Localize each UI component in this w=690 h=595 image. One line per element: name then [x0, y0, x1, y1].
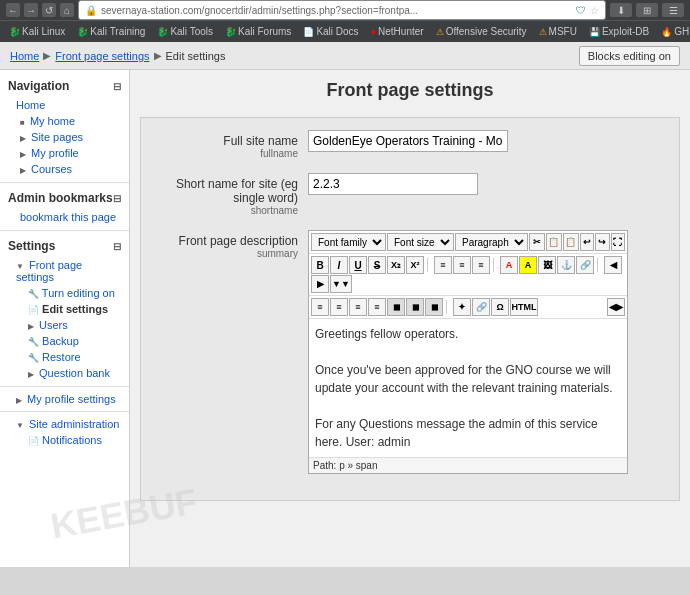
- window-icon[interactable]: ⊞: [636, 3, 658, 17]
- nav-reload-button[interactable]: ↺: [42, 3, 56, 17]
- bookmark-msfu[interactable]: ⚠ MSFU: [534, 24, 582, 39]
- nav-forward-button[interactable]: →: [24, 3, 38, 17]
- rte-btn-copy[interactable]: 📋: [546, 233, 562, 251]
- content-area: Front page settings Full site name fulln…: [130, 70, 690, 567]
- rte-btn-indent[interactable]: ≡: [368, 298, 386, 316]
- menu-icon[interactable]: ☰: [662, 3, 684, 17]
- rte-btn-outdent[interactable]: ≡: [349, 298, 367, 316]
- rte-btn-rtl[interactable]: ◀▶: [607, 298, 625, 316]
- breadcrumb-home[interactable]: Home: [10, 50, 39, 62]
- description-label-col: Front page description summary: [153, 230, 308, 259]
- rte-btn-italic[interactable]: I: [330, 256, 348, 274]
- rte-btn-image[interactable]: 🖼: [538, 256, 556, 274]
- rte-btn-link2[interactable]: 🔗: [472, 298, 490, 316]
- fullname-input[interactable]: [308, 130, 508, 152]
- sidebar-item-home[interactable]: Home: [0, 97, 129, 113]
- sidebar-item-notifications[interactable]: 📄 Notifications: [0, 432, 129, 448]
- sidebar-settings-header: Settings ⊟: [0, 235, 129, 257]
- bookmark-kali-training[interactable]: 🐉 Kali Training: [72, 24, 150, 39]
- rte-btn-undo[interactable]: ↩: [580, 233, 594, 251]
- rte-btn-bgcolor[interactable]: A: [519, 256, 537, 274]
- sidebar-divider1: [0, 182, 129, 183]
- rte-toolbar-row3: ≡ ≡ ≡ ≡ ◼ ◼ ◼ ✦ 🔗 Ω HTML: [309, 296, 627, 319]
- sidebar-admin-bookmarks-toggle[interactable]: ⊟: [113, 193, 121, 204]
- breadcrumb-sep2: ▶: [154, 50, 162, 61]
- nav-home-button[interactable]: ⌂: [60, 3, 74, 17]
- bookmark-kali-tools[interactable]: 🐉 Kali Tools: [152, 24, 218, 39]
- sidebar-navigation-toggle[interactable]: ⊟: [113, 81, 121, 92]
- rte-btn-bold[interactable]: B: [311, 256, 329, 274]
- rte-font-family-select[interactable]: Font family: [311, 233, 386, 251]
- settings-box: Full site name fullname Short name for s…: [140, 117, 680, 501]
- url-bar[interactable]: 🔒 severnaya-station.com/gnocertdir/admin…: [78, 0, 606, 20]
- rte-btn-fullscreen[interactable]: ⛶: [611, 233, 625, 251]
- rte-btn-right[interactable]: ▶: [311, 275, 329, 293]
- shortname-sublabel: shortname: [153, 205, 298, 216]
- rte-btn-underline[interactable]: U: [349, 256, 367, 274]
- page-title: Front page settings: [140, 80, 680, 101]
- bookmark-offensive-security[interactable]: ⚠ Offensive Security: [431, 24, 532, 39]
- sidebar-item-restore[interactable]: 🔧 Restore: [0, 349, 129, 365]
- rte-font-size-select[interactable]: Font size: [387, 233, 454, 251]
- shortname-input[interactable]: [308, 173, 478, 195]
- rte-btn-left[interactable]: ◀: [604, 256, 622, 274]
- sidebar-settings-toggle[interactable]: ⊟: [113, 241, 121, 252]
- blocks-editing-button[interactable]: Blocks editing on: [579, 46, 680, 66]
- fullname-input-col: [308, 130, 667, 152]
- shortname-row: Short name for site (eg single word) sho…: [153, 173, 667, 216]
- rte-btn-superscript[interactable]: X²: [406, 256, 424, 274]
- rte-btn-html[interactable]: HTML: [510, 298, 538, 316]
- rte-btn-unordered-list[interactable]: ≡: [311, 298, 329, 316]
- rte-btn-align-left[interactable]: ≡: [434, 256, 452, 274]
- fullname-label-col: Full site name fullname: [153, 130, 308, 159]
- rte-content[interactable]: Greetings fellow operators. Once you've …: [309, 319, 627, 457]
- rte-line1: Greetings fellow operators.: [315, 325, 621, 343]
- sidebar-item-site-admin[interactable]: ▼ Site administration: [0, 416, 129, 432]
- sidebar-item-myprofile[interactable]: ▶ My profile: [0, 145, 129, 161]
- breadcrumb-sep1: ▶: [43, 50, 51, 61]
- shield-icon: 🛡: [576, 5, 586, 16]
- rte-btn-align-right[interactable]: ≡: [472, 256, 490, 274]
- rte-btn-ordered-list[interactable]: ≡: [330, 298, 348, 316]
- sidebar-item-myhome[interactable]: ■ My home: [0, 113, 129, 129]
- sidebar-item-profile-settings[interactable]: ▶ My profile settings: [0, 391, 129, 407]
- rte-btn-blk1[interactable]: ◼: [387, 298, 405, 316]
- rte-btn-cut[interactable]: ✂: [529, 233, 545, 251]
- sidebar-admin-bookmarks-header: Admin bookmarks ⊟: [0, 187, 129, 209]
- shortname-input-col: [308, 173, 667, 195]
- nav-back-button[interactable]: ←: [6, 3, 20, 17]
- rte-btn-insert[interactable]: ✦: [453, 298, 471, 316]
- sidebar-item-frontpage-settings[interactable]: ▼ Front page settings: [0, 257, 129, 285]
- rte-btn-strikethrough[interactable]: S: [368, 256, 386, 274]
- main-layout: Navigation ⊟ Home ■ My home ▶ Site pages…: [0, 70, 690, 567]
- rte-btn-blk2[interactable]: ◼: [406, 298, 424, 316]
- sidebar-item-edit-settings[interactable]: 📄 Edit settings: [0, 301, 129, 317]
- rte-btn-anchor[interactable]: ⚓: [557, 256, 575, 274]
- breadcrumb-bar: Home ▶ Front page settings ▶ Edit settin…: [0, 42, 690, 70]
- bookmark-kali-docs[interactable]: 📄 Kali Docs: [298, 24, 363, 39]
- breadcrumb-frontpage[interactable]: Front page settings: [55, 50, 149, 62]
- sidebar-item-courses[interactable]: ▶ Courses: [0, 161, 129, 177]
- sidebar-item-backup[interactable]: 🔧 Backup: [0, 333, 129, 349]
- rte-paragraph-select[interactable]: Paragraph: [455, 233, 528, 251]
- sidebar-item-sitepages[interactable]: ▶ Site pages: [0, 129, 129, 145]
- sidebar-item-bookmark-page[interactable]: bookmark this page: [0, 209, 129, 225]
- bookmark-ghdb[interactable]: 🔥 GHDB: [656, 24, 690, 39]
- rte-btn-paste[interactable]: 📋: [563, 233, 579, 251]
- rte-btn-textcolor[interactable]: A: [500, 256, 518, 274]
- bookmark-kali-forums[interactable]: 🐉 Kali Forums: [220, 24, 296, 39]
- rte-btn-more[interactable]: ▼▼: [330, 275, 352, 293]
- rte-btn-redo[interactable]: ↪: [595, 233, 609, 251]
- bookmark-nethunter[interactable]: ● NetHunter: [366, 24, 429, 39]
- rte-btn-subscript[interactable]: X₂: [387, 256, 405, 274]
- rte-btn-align-center[interactable]: ≡: [453, 256, 471, 274]
- rte-btn-link[interactable]: 🔗: [576, 256, 594, 274]
- rte-btn-omega[interactable]: Ω: [491, 298, 509, 316]
- download-icon[interactable]: ⬇: [610, 3, 632, 17]
- rte-btn-blk3[interactable]: ◼: [425, 298, 443, 316]
- sidebar-item-turn-editing-on[interactable]: 🔧 Turn editing on: [0, 285, 129, 301]
- bookmark-kali-linux[interactable]: 🐉 Kali Linux: [4, 24, 70, 39]
- bookmark-exploit-db[interactable]: 💾 Exploit-DB: [584, 24, 654, 39]
- sidebar-item-users[interactable]: ▶ Users: [0, 317, 129, 333]
- sidebar-item-question-bank[interactable]: ▶ Question bank: [0, 365, 129, 381]
